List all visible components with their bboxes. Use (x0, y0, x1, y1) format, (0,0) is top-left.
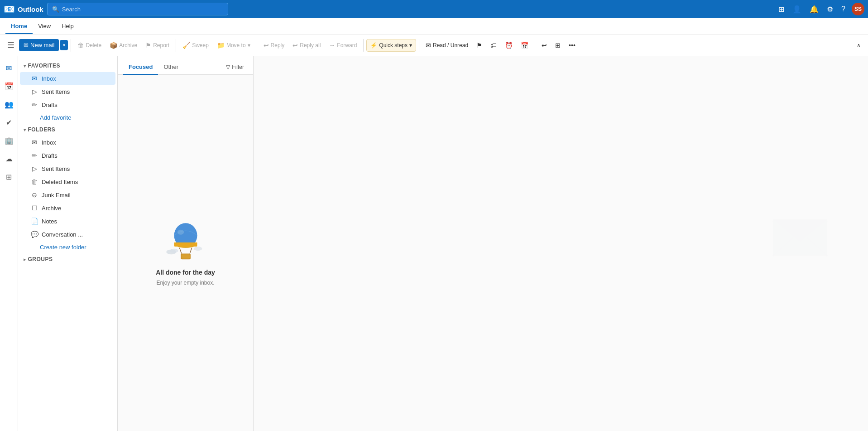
sidebar-item-drafts[interactable]: ✏ Drafts (20, 149, 115, 162)
split-view-button[interactable]: ⊞ (551, 39, 564, 52)
tab-focused[interactable]: Focused (123, 60, 158, 75)
report-button[interactable]: ⚑ Report (142, 39, 173, 52)
tab-home[interactable]: Home (5, 19, 33, 34)
folder-sidebar: ▾ Favorites ✉ Inbox ▷ Sent Items ✏ Draft… (18, 56, 118, 431)
avatar[interactable]: SS (852, 3, 864, 15)
drafts-fav-icon: ✏ (31, 101, 38, 108)
sent-fav-label: Sent Items (42, 88, 70, 95)
snooze-button[interactable]: ⏰ (501, 39, 516, 52)
sweep-label: Sweep (192, 42, 209, 48)
help-icon[interactable]: ? (839, 3, 847, 15)
tag-button[interactable]: 🏷 (487, 39, 500, 52)
favorites-section-header[interactable]: ▾ Favorites (18, 60, 117, 72)
nav-teams[interactable]: 🏢 (1, 132, 17, 149)
message-list-tabs: Focused Other ▽ Filter (118, 56, 253, 75)
reply-icon: ↩ (264, 42, 269, 49)
undo-button[interactable]: ↩ (538, 39, 551, 52)
filter-label: Filter (232, 64, 244, 70)
delete-label: Delete (86, 42, 101, 48)
sent-icon: ▷ (31, 165, 38, 172)
tab-other[interactable]: Other (158, 60, 184, 75)
message-list: Focused Other ▽ Filter (118, 56, 254, 431)
move-to-icon: 📁 (217, 42, 225, 49)
sidebar-item-sent-fav[interactable]: ▷ Sent Items (20, 85, 115, 98)
new-mail-dropdown-button[interactable]: ▾ (60, 40, 68, 50)
empty-state-illustration (163, 220, 208, 265)
tab-view[interactable]: View (33, 19, 56, 34)
sidebar-item-sent[interactable]: ▷ Sent Items (20, 162, 115, 175)
reply-label: Reply (271, 42, 285, 48)
reply-button[interactable]: ↩ Reply (260, 39, 288, 52)
bell-icon[interactable]: 🔔 (808, 3, 820, 15)
reading-pane-watermark (768, 210, 832, 266)
collapse-ribbon-button[interactable]: ∧ (853, 39, 864, 51)
grid-icon[interactable]: ⊞ (777, 3, 786, 15)
schedule-icon: 📅 (521, 42, 528, 49)
junk-label: Junk Email (42, 192, 71, 199)
split-view-icon: ⊞ (555, 42, 561, 49)
person-icon[interactable]: 👤 (791, 3, 803, 15)
new-mail-button[interactable]: ✉ New mail (19, 39, 59, 51)
settings-icon[interactable]: ⚙ (825, 3, 835, 15)
quick-steps-chevron: ▾ (409, 42, 412, 48)
sidebar-item-conversation[interactable]: 💬 Conversation ... (20, 228, 115, 241)
nav-people[interactable]: 👥 (1, 96, 17, 112)
sidebar-item-drafts-fav[interactable]: ✏ Drafts (20, 98, 115, 111)
toolbar-sep-1 (71, 39, 71, 52)
nav-tasks[interactable]: ✔ (1, 114, 17, 131)
tab-help[interactable]: Help (56, 19, 79, 34)
reply-all-icon: ↩ (293, 42, 298, 49)
sidebar-item-junk[interactable]: ⊖ Junk Email (20, 189, 115, 201)
search-bar[interactable]: 🔍 (47, 3, 228, 15)
sweep-button[interactable]: 🧹 Sweep (179, 39, 212, 52)
move-to-button[interactable]: 📁 Move to ▾ (213, 39, 254, 52)
groups-section-header[interactable]: ▸ Groups (18, 253, 117, 265)
groups-chevron: ▸ (24, 257, 26, 262)
delete-icon: 🗑 (77, 42, 84, 49)
sidebar-item-archive[interactable]: ☐ Archive (20, 202, 115, 214)
new-mail-icon: ✉ (24, 42, 29, 48)
svg-point-2 (194, 247, 202, 251)
reply-all-button[interactable]: ↩ Reply all (289, 39, 324, 52)
create-folder-link[interactable]: Create new folder (18, 241, 117, 253)
svg-point-1 (170, 249, 178, 253)
folders-label: Folders (28, 126, 56, 133)
sidebar-item-deleted[interactable]: 🗑 Deleted Items (20, 175, 115, 188)
nav-mail[interactable]: ✉ (1, 60, 17, 76)
notes-icon: 📄 (31, 218, 38, 225)
drafts-fav-label: Drafts (42, 102, 58, 108)
sent-label: Sent Items (42, 165, 70, 172)
nav-more[interactable]: ⊞ (1, 169, 17, 185)
flag-button[interactable]: ⚑ (473, 39, 486, 52)
groups-label: Groups (28, 256, 53, 262)
quick-steps-button[interactable]: ⚡ Quick steps ▾ (366, 39, 416, 52)
report-icon: ⚑ (145, 42, 151, 49)
read-unread-button[interactable]: ✉ Read / Unread (422, 39, 472, 52)
more-options-button[interactable]: ••• (565, 39, 579, 52)
toolbar-sep-4 (363, 39, 364, 52)
delete-button[interactable]: 🗑 Delete (74, 39, 105, 52)
inbox-label: Inbox (42, 139, 56, 146)
add-favorite-link[interactable]: Add favorite (18, 111, 117, 124)
forward-icon: → (329, 42, 335, 49)
reading-pane (254, 56, 868, 431)
toolbar-sep-6 (535, 39, 535, 52)
search-input[interactable] (62, 6, 223, 13)
svg-rect-8 (181, 254, 189, 258)
sidebar-item-inbox-fav[interactable]: ✉ Inbox (20, 72, 115, 85)
folders-section-header[interactable]: ▾ Folders (18, 124, 117, 136)
undo-icon: ↩ (542, 42, 547, 49)
forward-button[interactable]: → Forward (325, 39, 360, 52)
sidebar-item-notes[interactable]: 📄 Notes (20, 215, 115, 228)
nav-calendar[interactable]: 📅 (1, 78, 17, 94)
filter-button[interactable]: ▽ Filter (222, 61, 248, 73)
toolbar: ☰ ✉ New mail ▾ 🗑 Delete 📦 Archive ⚑ Repo… (0, 34, 868, 56)
read-unread-icon: ✉ (426, 42, 431, 49)
hamburger-button[interactable]: ☰ (4, 39, 18, 52)
archive-button[interactable]: 📦 Archive (106, 39, 141, 52)
sidebar-item-inbox[interactable]: ✉ Inbox (20, 136, 115, 149)
drafts-icon: ✏ (31, 152, 38, 159)
nav-onedrive[interactable]: ☁ (1, 150, 17, 167)
schedule-button[interactable]: 📅 (517, 39, 532, 52)
chevron-up-icon: ∧ (857, 42, 861, 48)
